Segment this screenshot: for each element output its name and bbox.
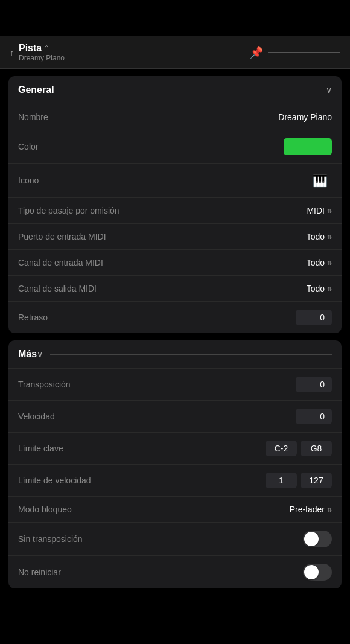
retraso-value[interactable]: 0: [296, 310, 332, 325]
limite-clave-row: Límite clave C-2 G8: [8, 433, 342, 465]
transposicion-value[interactable]: 0: [296, 377, 332, 392]
tipo-pasaje-chevron-icon: ⇅: [327, 208, 332, 214]
canal-entrada-control[interactable]: Todo ⇅: [307, 258, 332, 267]
limite-velocidad-high[interactable]: 127: [301, 473, 332, 488]
icono-row: Icono 🎹: [8, 164, 342, 198]
puerto-entrada-control[interactable]: Todo ⇅: [307, 232, 332, 241]
general-chevron-icon: ∨: [326, 85, 332, 95]
canal-salida-row: Canal de salida MIDI Todo ⇅: [8, 276, 342, 302]
nombre-value[interactable]: Dreamy Piano: [278, 112, 332, 122]
color-row: Color: [8, 130, 342, 164]
mas-header-line: [50, 354, 332, 355]
top-vertical-line: [66, 0, 66, 36]
general-section-title: General: [18, 84, 54, 95]
limite-velocidad-label: Límite de velocidad: [18, 475, 266, 486]
mas-section-title: Más: [18, 349, 37, 360]
modo-bloqueo-row: Modo bloqueo Pre-fader ⇅: [8, 497, 342, 523]
canal-entrada-value: Todo: [307, 258, 325, 267]
mas-section-header[interactable]: Más ∨: [8, 340, 342, 369]
canal-salida-chevron-icon: ⇅: [327, 285, 332, 292]
modo-bloqueo-value: Pre-fader: [290, 505, 325, 514]
limite-velocidad-low[interactable]: 1: [266, 473, 297, 488]
header-track-chevron-icon: ⌃: [44, 45, 49, 51]
header-left: ↑ Pista ⌃ Dreamy Piano: [10, 43, 250, 62]
header-subtitle: Dreamy Piano: [19, 54, 65, 62]
transposicion-row: Transposición 0: [8, 369, 342, 401]
color-label: Color: [18, 142, 284, 151]
color-swatch[interactable]: [284, 138, 332, 155]
puerto-entrada-row: Puerto de entrada MIDI Todo ⇅: [8, 224, 342, 250]
puerto-entrada-chevron-icon: ⇅: [327, 234, 332, 240]
canal-salida-label: Canal de salida MIDI: [18, 284, 307, 293]
canal-entrada-chevron-icon: ⇅: [327, 260, 332, 266]
puerto-entrada-label: Puerto de entrada MIDI: [18, 232, 307, 241]
limite-clave-label: Límite clave: [18, 444, 266, 453]
tipo-pasaje-value: MIDI: [307, 206, 325, 215]
header-track-label[interactable]: Pista ⌃: [19, 43, 65, 54]
tipo-pasaje-control[interactable]: MIDI ⇅: [307, 206, 332, 215]
sin-transposicion-toggle[interactable]: [303, 531, 332, 547]
velocidad-value[interactable]: 0: [296, 409, 332, 424]
tipo-pasaje-label: Tipo de pasaje por omisión: [18, 206, 307, 215]
canal-entrada-label: Canal de entrada MIDI: [18, 258, 307, 267]
pin-icon[interactable]: 📌: [250, 46, 263, 59]
limite-clave-low[interactable]: C-2: [266, 441, 297, 456]
header: ↑ Pista ⌃ Dreamy Piano 📌: [0, 36, 350, 69]
velocidad-label: Velocidad: [18, 412, 296, 421]
general-section-header[interactable]: General ∨: [8, 76, 342, 104]
retraso-label: Retraso: [18, 313, 296, 322]
modo-bloqueo-control[interactable]: Pre-fader ⇅: [290, 505, 332, 514]
limite-velocidad-row: Límite de velocidad 1 127: [8, 465, 342, 497]
nombre-row: Nombre Dreamy Piano: [8, 104, 342, 130]
icono-value[interactable]: 🎹: [308, 171, 332, 190]
retraso-row: Retraso 0: [8, 302, 342, 333]
no-reiniciar-row: No reiniciar: [8, 556, 342, 588]
canal-salida-value: Todo: [307, 284, 325, 293]
up-icon[interactable]: ↑: [10, 48, 14, 57]
no-reiniciar-label: No reiniciar: [18, 567, 303, 577]
header-title-group: Pista ⌃ Dreamy Piano: [19, 43, 65, 62]
limite-velocidad-pair: 1 127: [266, 473, 332, 488]
nombre-label: Nombre: [18, 112, 278, 122]
sin-transposicion-knob: [304, 532, 319, 546]
limite-clave-pair: C-2 G8: [266, 441, 332, 456]
velocidad-row: Velocidad 0: [8, 401, 342, 433]
icono-label: Icono: [18, 176, 308, 185]
transposicion-label: Transposición: [18, 380, 296, 389]
content-area: General ∨ Nombre Dreamy Piano Color Icon…: [0, 69, 350, 644]
limite-clave-high[interactable]: G8: [301, 441, 332, 456]
puerto-entrada-value: Todo: [307, 232, 325, 241]
header-line: [268, 52, 340, 53]
canal-salida-control[interactable]: Todo ⇅: [307, 284, 332, 293]
general-section: General ∨ Nombre Dreamy Piano Color Icon…: [8, 76, 342, 333]
mas-section: Más ∨ Transposición 0 Velocidad 0 Límite…: [8, 340, 342, 588]
tipo-pasaje-row: Tipo de pasaje por omisión MIDI ⇅: [8, 198, 342, 224]
modo-bloqueo-chevron-icon: ⇅: [327, 506, 332, 513]
canal-entrada-row: Canal de entrada MIDI Todo ⇅: [8, 250, 342, 276]
mas-chevron-icon: ∨: [37, 349, 43, 359]
sin-transposicion-label: Sin transposición: [18, 534, 303, 544]
no-reiniciar-knob: [304, 565, 319, 579]
modo-bloqueo-label: Modo bloqueo: [18, 505, 290, 514]
no-reiniciar-toggle[interactable]: [303, 564, 332, 581]
sin-transposicion-row: Sin transposición: [8, 523, 342, 556]
